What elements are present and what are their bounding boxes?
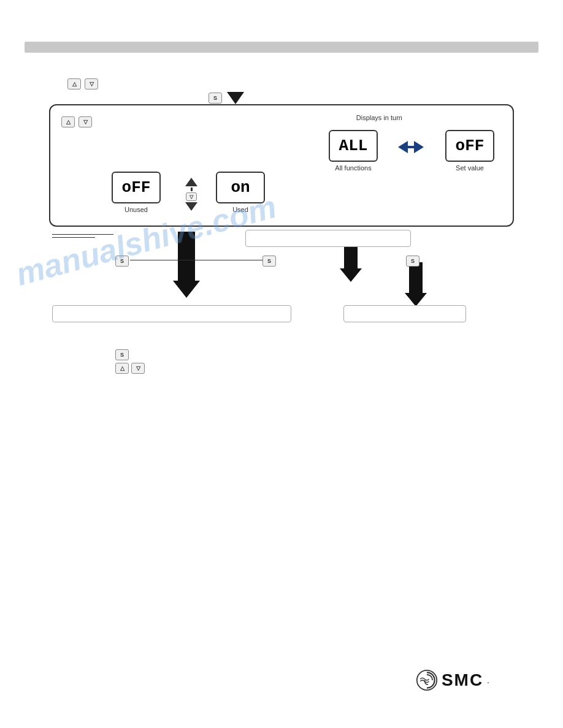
on-used-lcd: on <box>216 172 265 203</box>
arrow-h-bar <box>408 146 414 148</box>
arrow-down-small-icon <box>185 202 197 211</box>
double-arrow-vertical: ▽ <box>185 178 197 211</box>
h-line-center <box>130 260 270 260</box>
up-button-top[interactable]: △ <box>67 78 81 89</box>
left-underline-area <box>52 234 126 238</box>
off-unused-display-group: oFF Unused <box>112 172 161 213</box>
large-arrow-down-left <box>173 232 200 298</box>
arrow-head-r1 <box>340 268 362 282</box>
set-value-label: Set value <box>456 164 484 172</box>
s-btn-right[interactable]: S <box>406 256 419 267</box>
all-sublabel: All functions <box>335 164 371 172</box>
s-btn-center[interactable]: S <box>262 256 276 267</box>
up-button-inner[interactable]: △ <box>61 116 75 127</box>
smc-swirl-icon <box>416 669 438 691</box>
arrow-shaft-left <box>178 232 195 281</box>
bottom-left-input-box[interactable] <box>52 305 291 322</box>
bottom-right-input-box[interactable] <box>343 305 466 322</box>
top-input-box-group <box>245 230 411 247</box>
top-input-box[interactable] <box>245 230 411 247</box>
arrow-left-icon <box>398 141 408 153</box>
arrow-head-left <box>173 281 200 298</box>
bottom-right-box[interactable] <box>343 305 466 322</box>
bottom-buttons-group: S △ ▽ <box>115 349 145 374</box>
all-lcd: ALL <box>329 130 378 162</box>
top-bar <box>25 42 538 53</box>
s-btn-bottom[interactable]: S <box>115 349 129 360</box>
arrow-shaft-r2 <box>409 262 423 293</box>
up-down-buttons-top: △ ▽ <box>67 78 98 89</box>
s-button-1[interactable]: S <box>209 93 222 104</box>
v-arrow-bar <box>191 188 193 191</box>
up-down-buttons-inner: △ ▽ <box>61 116 92 127</box>
s-btn-2[interactable]: S <box>115 256 129 267</box>
s-button-right[interactable]: S <box>406 254 419 267</box>
arrow-right-icon <box>414 141 424 153</box>
main-diagram: △ ▽ Displays in turn ALL All functions o… <box>49 104 514 227</box>
s-button-center[interactable]: S <box>262 254 276 267</box>
unused-label: Unused <box>124 206 148 213</box>
down-btn-bottom[interactable]: ▽ <box>131 363 145 374</box>
down-button-top[interactable]: ▽ <box>85 78 98 89</box>
used-label: Used <box>232 206 248 213</box>
down-button-arrow[interactable]: ▽ <box>186 192 197 201</box>
on-used-display-group: on Used <box>216 172 265 213</box>
bottom-left-box[interactable] <box>52 305 291 322</box>
all-display-group: ALL All functions <box>329 130 378 172</box>
off-set-display-group: oFF Set value <box>445 130 494 172</box>
up-btn-bottom[interactable]: △ <box>115 363 129 374</box>
displays-in-turn-label: Displays in turn <box>356 114 402 121</box>
arrow-down-right-2 <box>405 262 427 306</box>
off-unused-lcd: oFF <box>112 172 161 203</box>
arrow-down-1 <box>227 92 244 104</box>
down-button-inner[interactable]: ▽ <box>79 116 92 127</box>
double-arrow-horizontal <box>398 141 424 153</box>
s-button-row: S <box>209 92 244 104</box>
s-button-2[interactable]: S <box>115 254 129 267</box>
off-set-lcd: oFF <box>445 130 494 162</box>
smc-logo: SMC . <box>416 669 489 691</box>
arrow-up-small-icon <box>185 178 197 186</box>
smc-dot: . <box>487 675 489 685</box>
smc-label: SMC <box>442 670 483 690</box>
arrow-head-r2 <box>405 293 427 306</box>
